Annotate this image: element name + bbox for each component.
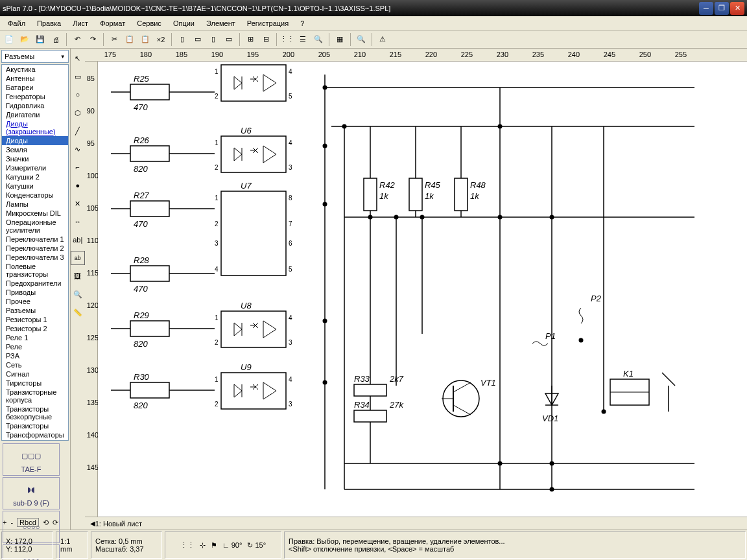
bezier-icon[interactable]: ∿ — [71, 142, 85, 156]
category-list[interactable]: АкустикаАнтенныБатареиГенераторыГидравли… — [1, 64, 69, 441]
zoom-in-icon[interactable]: + — [3, 519, 6, 526]
category-item[interactable]: Резисторы 1 — [2, 315, 68, 324]
measure-icon[interactable]: 📏 — [71, 305, 85, 320]
snap-icon[interactable]: ⊹ — [200, 541, 206, 550]
category-item[interactable]: Лампы — [2, 200, 68, 209]
category-item[interactable]: Значки — [2, 154, 68, 163]
undo-icon[interactable]: ↶ — [71, 33, 84, 46]
paste-icon[interactable]: 📋 — [139, 33, 152, 46]
category-item[interactable]: Диоды (закрашенные) — [2, 119, 68, 136]
category-item[interactable]: Операционные усилители — [2, 218, 68, 235]
category-item[interactable]: Реле — [2, 342, 68, 351]
category-item[interactable]: Двигатели — [2, 110, 68, 119]
menu-item[interactable]: Опции — [168, 18, 200, 29]
open-icon[interactable]: 📂 — [18, 33, 31, 46]
zoom-icon[interactable]: 🔍 — [355, 33, 368, 46]
wire-icon[interactable]: ⌐ — [71, 160, 85, 174]
save-icon[interactable]: 💾 — [34, 33, 47, 46]
close-button[interactable]: ✕ — [730, 2, 744, 15]
menu-item[interactable]: Правка — [32, 18, 66, 29]
pointer-icon[interactable]: ↖ — [71, 51, 85, 65]
menu-item[interactable]: Файл — [3, 18, 30, 29]
category-item[interactable]: Транзисторы — [2, 421, 68, 430]
new-icon[interactable]: 📄 — [3, 33, 16, 46]
print-icon[interactable]: 🖨 — [49, 33, 62, 46]
copy-icon[interactable]: 📋 — [123, 33, 136, 46]
category-item[interactable]: Гидравлика — [2, 101, 68, 110]
category-item[interactable]: Конденсаторы — [2, 191, 68, 200]
category-item[interactable]: Транзисторы безкорпусные — [2, 404, 68, 421]
preview-item[interactable]: ◗◖sub-D 9 (F) — [3, 477, 60, 509]
align-icon[interactable]: ▭ — [191, 33, 204, 46]
category-item[interactable]: Прочее — [2, 297, 68, 306]
category-item[interactable]: РЗА — [2, 351, 68, 360]
redo-icon[interactable]: ↷ — [86, 33, 99, 46]
menu-item[interactable]: Лист — [67, 18, 93, 29]
category-item[interactable]: Переключатели 1 — [2, 235, 68, 244]
maximize-button[interactable]: ❐ — [715, 2, 729, 15]
menu-item[interactable]: Сервис — [132, 18, 167, 29]
align-icon[interactable]: ▯ — [207, 33, 220, 46]
category-item[interactable]: Сеть — [2, 360, 68, 369]
preview-item[interactable]: ▢▢▢TAE-F — [3, 443, 60, 476]
magnify-icon[interactable]: 🔍 — [71, 287, 85, 301]
label-icon[interactable]: Rbcd — [17, 518, 39, 527]
line-icon[interactable]: ╱ — [71, 124, 85, 138]
ungroup-icon[interactable]: ⊟ — [259, 33, 272, 46]
category-item[interactable]: Батареи — [2, 83, 68, 92]
category-item[interactable]: Катушки 2 — [2, 172, 68, 181]
junction-icon[interactable]: ● — [71, 178, 85, 192]
category-item[interactable]: Диоды — [2, 136, 68, 145]
category-item[interactable]: Резисторы 2 — [2, 324, 68, 333]
category-item[interactable]: Измерители — [2, 163, 68, 172]
category-item[interactable]: Транзисторные корпуса — [2, 388, 68, 404]
category-item[interactable]: Приводы — [2, 288, 68, 297]
flag-icon[interactable]: ⚑ — [211, 541, 217, 550]
rect-icon[interactable]: ▭ — [71, 69, 85, 84]
dup-icon[interactable]: ×2 — [154, 33, 167, 46]
category-item[interactable]: Сигнал — [2, 369, 68, 379]
align-icon[interactable]: ▭ — [222, 33, 235, 46]
table-icon[interactable]: ▦ — [333, 33, 346, 46]
category-item[interactable]: Трансформаторы — [2, 430, 68, 439]
schematic-canvas[interactable]: R25470R26820R27470R28470R29820R308201245… — [98, 62, 747, 517]
minimize-button[interactable]: ─ — [699, 2, 713, 15]
category-item[interactable]: Микросхемы DIL — [2, 209, 68, 218]
category-item[interactable]: Тиристоры — [2, 379, 68, 388]
category-item[interactable]: Антенны — [2, 74, 68, 83]
category-item[interactable]: Переключатели 3 — [2, 253, 68, 262]
textbox-icon[interactable]: ab — [71, 251, 85, 265]
category-item[interactable]: Реле 1 — [2, 333, 68, 342]
text-icon[interactable]: ab| — [71, 233, 85, 247]
arrow-icon[interactable]: ↔ — [71, 215, 85, 229]
cross-icon[interactable]: ✕ — [71, 196, 85, 211]
category-item[interactable]: Земля — [2, 145, 68, 154]
image-icon[interactable]: 🖼 — [71, 269, 85, 283]
category-item[interactable]: Переключатели 2 — [2, 244, 68, 253]
rotate-cw-icon[interactable]: ⟳ — [53, 519, 58, 527]
cut-icon[interactable]: ✂ — [108, 33, 121, 46]
menu-item[interactable]: ? — [295, 18, 309, 29]
sheet-tabs[interactable]: ◀ 1: Новый лист — [85, 517, 747, 530]
rotate-ccw-icon[interactable]: ⟲ — [43, 519, 49, 527]
category-item[interactable]: Катушки — [2, 181, 68, 191]
zoom-out-icon[interactable]: - — [10, 519, 13, 526]
category-item[interactable]: Предохранители — [2, 279, 68, 288]
grid-icon[interactable]: ⋮⋮ — [281, 33, 294, 46]
category-item[interactable]: Акустика — [2, 65, 68, 74]
category-dropdown[interactable]: Разъемы — [1, 50, 69, 63]
menu-item[interactable]: Регистрация — [242, 18, 294, 29]
align-icon[interactable]: ▯ — [176, 33, 189, 46]
category-item[interactable]: Генераторы — [2, 92, 68, 101]
group-icon[interactable]: ⊞ — [244, 33, 257, 46]
menu-item[interactable]: Элемент — [201, 18, 241, 29]
menu-item[interactable]: Формат — [95, 18, 130, 29]
grid-icon[interactable]: ⋮⋮ — [180, 541, 195, 550]
search-icon[interactable]: 🔍 — [312, 33, 325, 46]
canvas-scroll[interactable]: 859095100105110115120125130135140145 — [85, 62, 747, 517]
help-icon[interactable]: ⚠ — [376, 33, 389, 46]
poly-icon[interactable]: ⬡ — [71, 106, 85, 120]
list-icon[interactable]: ☰ — [296, 33, 309, 46]
circle-icon[interactable]: ○ — [71, 88, 85, 102]
category-item[interactable]: Разъемы — [2, 306, 68, 315]
